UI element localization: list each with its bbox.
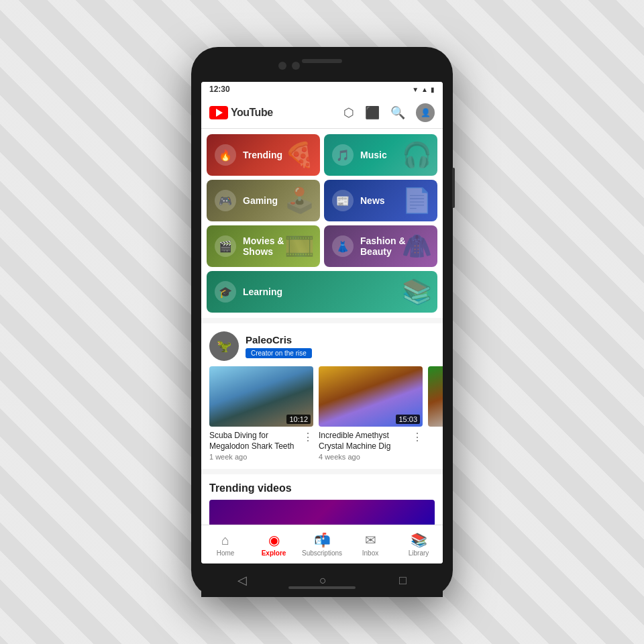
app-header: YouTube ⬡ ⬛ 🔍 👤 xyxy=(201,97,443,129)
content-area: 🔥 Trending 🍕 🎵 Music 🎧 🎮 Gaming 🕹️ xyxy=(201,129,443,525)
status-time: 12:30 xyxy=(209,85,230,94)
category-news[interactable]: 📰 News 📄 xyxy=(324,180,437,221)
nav-item-inbox[interactable]: ✉ Inbox xyxy=(346,532,394,557)
video-info-1: Scuba Diving for Megalodon Shark Teeth 1… xyxy=(209,431,313,461)
video-more-1[interactable]: ⋮ xyxy=(303,431,313,443)
creator-info: PaleoCris Creator on the rise xyxy=(246,334,312,358)
signal-icon: ▲ xyxy=(421,86,428,93)
nav-item-home[interactable]: ⌂ Home xyxy=(201,533,250,557)
search-icon[interactable]: 🔍 xyxy=(390,105,405,120)
home-icon: ⌂ xyxy=(221,533,229,548)
inbox-label: Inbox xyxy=(362,549,378,557)
subscriptions-icon: 📬 xyxy=(314,532,331,548)
creator-header: 🦖 PaleoCris Creator on the rise xyxy=(201,323,443,366)
music-label: Music xyxy=(360,150,387,160)
gaming-icon: 🎮 xyxy=(215,190,236,211)
cast-icon[interactable]: ⬡ xyxy=(343,105,354,120)
categories-grid: 🔥 Trending 🍕 🎵 Music 🎧 🎮 Gaming 🕹️ xyxy=(201,129,443,318)
gaming-deco: 🕹️ xyxy=(284,186,315,215)
video-text-2: Incredible Amethyst Crystal Machine Dig … xyxy=(319,431,409,461)
category-gaming[interactable]: 🎮 Gaming 🕹️ xyxy=(207,180,320,221)
gaming-label: Gaming xyxy=(243,195,278,206)
video-text-1: Scuba Diving for Megalodon Shark Teeth 1… xyxy=(209,431,300,461)
header-actions: ⬡ ⬛ 🔍 👤 xyxy=(343,103,435,122)
learning-label: Learning xyxy=(243,286,282,297)
video-title-1: Scuba Diving for Megalodon Shark Teeth xyxy=(209,431,300,451)
nav-item-library[interactable]: 📚 Library xyxy=(394,532,443,557)
video-duration-1: 10:12 xyxy=(286,415,311,424)
trending-label: Trending xyxy=(243,150,282,160)
learning-icon: 🎓 xyxy=(215,281,236,303)
video-meta-1: 1 week ago xyxy=(209,453,300,461)
video-thumb-2: 15:03 xyxy=(319,366,423,427)
avatar[interactable]: 👤 xyxy=(416,103,435,122)
android-nav: ◁ ○ □ xyxy=(201,564,443,597)
news-deco: 📄 xyxy=(402,186,432,215)
trending-preview xyxy=(209,500,435,525)
recents-button[interactable]: □ xyxy=(399,574,407,588)
screen: 12:30 ▼ ▲ ▮ YouTube ⬡ ⬛ 🔍 👤 xyxy=(201,82,443,564)
news-label: News xyxy=(360,195,385,206)
youtube-logo: YouTube xyxy=(209,106,273,119)
trending-deco: 🍕 xyxy=(284,141,315,169)
yt-icon xyxy=(209,106,228,119)
phone-shell: 12:30 ▼ ▲ ▮ YouTube ⬡ ⬛ 🔍 👤 xyxy=(191,47,453,597)
explore-icon: ◉ xyxy=(268,532,280,548)
video-card-1[interactable]: 10:12 Scuba Diving for Megalodon Shark T… xyxy=(209,366,313,461)
category-learning[interactable]: 🎓 Learning 📚 xyxy=(207,271,437,313)
music-icon: 🎵 xyxy=(332,144,354,166)
music-deco: 🎧 xyxy=(402,141,432,169)
library-label: Library xyxy=(409,549,429,557)
camera2 xyxy=(292,62,300,70)
video-info-2: Incredible Amethyst Crystal Machine Dig … xyxy=(319,431,423,461)
video-meta-2: 4 weeks ago xyxy=(319,453,409,461)
camera-icon[interactable]: ⬛ xyxy=(365,105,380,120)
news-icon: 📰 xyxy=(332,190,354,211)
status-icons: ▼ ▲ ▮ xyxy=(412,86,435,93)
home-button[interactable]: ○ xyxy=(319,574,327,588)
video-title-2: Incredible Amethyst Crystal Machine Dig xyxy=(319,431,409,451)
battery-icon: ▮ xyxy=(431,86,435,93)
video-card-3[interactable] xyxy=(428,366,443,461)
camera xyxy=(278,62,286,70)
bottom-nav: ⌂ Home ◉ Explore 📬 Subscriptions ✉ Inbox… xyxy=(201,525,443,564)
fashion-icon: 👗 xyxy=(332,235,354,257)
home-bar xyxy=(288,586,356,589)
category-fashion[interactable]: 👗 Fashion & Beauty 🧥 xyxy=(324,225,437,267)
video-card-2[interactable]: 15:03 Incredible Amethyst Crystal Machin… xyxy=(319,366,423,461)
category-trending[interactable]: 🔥 Trending 🍕 xyxy=(207,134,320,176)
trending-icon: 🔥 xyxy=(215,144,236,166)
creator-section: 🦖 PaleoCris Creator on the rise 10:12 xyxy=(201,323,443,469)
learning-deco: 📚 xyxy=(402,278,432,306)
movies-label: Movies & Shows xyxy=(243,235,312,257)
videos-row: 10:12 Scuba Diving for Megalodon Shark T… xyxy=(201,366,443,469)
status-bar: 12:30 ▼ ▲ ▮ xyxy=(201,82,443,97)
speaker xyxy=(302,59,342,63)
wifi-icon: ▼ xyxy=(412,86,419,93)
back-button[interactable]: ◁ xyxy=(237,573,247,588)
video-thumb-1: 10:12 xyxy=(209,366,313,427)
yt-play-triangle xyxy=(216,109,223,117)
trending-section: Trending videos xyxy=(201,474,443,525)
video-more-2[interactable]: ⋮ xyxy=(412,431,423,443)
fashion-label: Fashion & Beauty xyxy=(360,235,429,257)
creator-avatar[interactable]: 🦖 xyxy=(209,331,239,361)
yt-text: YouTube xyxy=(231,107,273,119)
category-movies[interactable]: 🎬 Movies & Shows 🎞️ xyxy=(207,225,320,267)
library-icon: 📚 xyxy=(411,532,427,548)
home-label: Home xyxy=(217,549,235,557)
creator-name: PaleoCris xyxy=(246,334,312,345)
video-thumb-3 xyxy=(428,366,443,427)
nav-item-subscriptions[interactable]: 📬 Subscriptions xyxy=(298,532,346,557)
subscriptions-label: Subscriptions xyxy=(302,549,342,557)
movies-icon: 🎬 xyxy=(215,235,236,257)
video-duration-2: 15:03 xyxy=(396,415,420,424)
trending-title: Trending videos xyxy=(209,482,435,494)
inbox-icon: ✉ xyxy=(365,532,376,548)
side-button xyxy=(452,168,455,208)
category-music[interactable]: 🎵 Music 🎧 xyxy=(324,134,437,176)
nav-item-explore[interactable]: ◉ Explore xyxy=(250,532,298,557)
explore-label: Explore xyxy=(262,549,286,557)
creator-badge: Creator on the rise xyxy=(246,348,312,358)
